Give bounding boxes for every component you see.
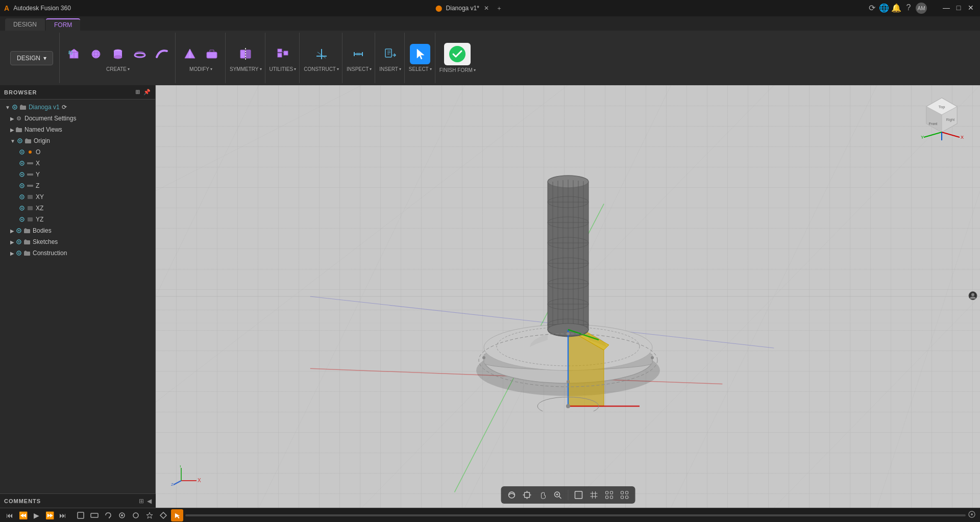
utilities-dropdown-arrow: ▾ (294, 67, 296, 71)
timeline-lasso-tool[interactable] (102, 509, 114, 521)
utilities-label[interactable]: UTILITIES ▾ (270, 66, 297, 72)
modify-button[interactable] (180, 44, 200, 64)
display-mode-button[interactable] (572, 488, 585, 502)
svg-line-145 (174, 481, 181, 485)
tree-item-bodies[interactable]: ▶ Bodies (0, 225, 155, 236)
view-settings-button[interactable] (602, 488, 616, 502)
symmetry-label[interactable]: SYMMETRY ▾ (230, 66, 262, 72)
tree-item-yz-plane[interactable]: YZ (0, 214, 155, 225)
tab-design[interactable]: DESIGN (5, 18, 45, 31)
design-dropdown[interactable]: DESIGN ▾ (4, 33, 60, 83)
timeline-end-button[interactable]: ⏭ (57, 510, 68, 521)
more-options-button[interactable]: ▾ (618, 488, 631, 502)
utilities-button[interactable] (273, 44, 293, 64)
timeline-select-tool[interactable] (75, 509, 87, 521)
grid-button[interactable] (587, 488, 600, 502)
add-tab-icon[interactable]: ＋ (496, 5, 502, 12)
select-button[interactable] (410, 44, 430, 64)
svg-rect-74 (24, 252, 30, 256)
create-sphere-button[interactable] (86, 44, 106, 64)
orbit-button[interactable] (505, 488, 518, 502)
create-pipe-button[interactable] (152, 44, 172, 64)
tree-item-xz-plane[interactable]: XZ (0, 203, 155, 214)
insert-label[interactable]: INSERT ▾ (379, 66, 401, 72)
create-label[interactable]: CREATE ▾ (106, 66, 130, 72)
nav-cube[interactable]: Top Right Front X Y (919, 95, 965, 141)
right-edge-icon[interactable] (968, 291, 978, 303)
tree-item-origin[interactable]: ▼ Origin (0, 135, 155, 146)
close-tab-icon[interactable]: ✕ (484, 5, 489, 12)
finish-form-button[interactable] (444, 43, 471, 65)
help-icon[interactable]: ? (903, 3, 914, 13)
viewport-container[interactable]: Top Right Front X Y X (156, 85, 980, 508)
symmetry-icons (235, 44, 256, 64)
timeline-settings-icon[interactable] (968, 510, 976, 520)
timeline-prev-button[interactable]: ⏪ (17, 510, 29, 521)
tree-item-sketches[interactable]: ▶ Sketches (0, 236, 155, 247)
construct-button[interactable] (311, 44, 332, 64)
globe-icon[interactable]: 🌐 (879, 3, 889, 13)
svg-point-49 (21, 163, 23, 164)
chevron-right-icon: ▶ (10, 127, 14, 133)
pan-icon-area[interactable] (520, 488, 533, 502)
timeline-paint-tool[interactable] (116, 509, 128, 521)
modify-label[interactable]: MODIFY ▾ (189, 66, 212, 72)
tree-item-construction[interactable]: ▶ Construction (0, 247, 155, 259)
tree-item-named-views[interactable]: ▶ Named Views (0, 124, 155, 135)
eye-icon (15, 238, 22, 245)
create-dropdown-arrow: ▾ (128, 67, 130, 71)
maximize-button[interactable]: □ (953, 3, 964, 13)
bell-icon[interactable]: 🔔 (891, 3, 901, 13)
design-label: DESIGN (17, 55, 40, 62)
svg-rect-16 (240, 50, 245, 58)
inspect-button[interactable] (349, 44, 370, 64)
z-label: Z (36, 182, 39, 189)
construct-label[interactable]: CONSTRUCT ▾ (304, 66, 339, 72)
symmetry-button[interactable] (235, 44, 256, 64)
tree-item-xy-plane[interactable]: XY (0, 191, 155, 203)
inspect-label[interactable]: INSPECT ▾ (347, 66, 372, 72)
tree-item-doc-settings[interactable]: ▶ Document Settings (0, 113, 155, 124)
timeline-box-tool[interactable] (88, 509, 101, 521)
root-refresh-icon[interactable]: ⟳ (62, 104, 67, 111)
timeline-active-tool[interactable] (171, 509, 183, 521)
comments-expand-icon[interactable]: ⊞ (139, 498, 144, 505)
chevron-right-icon: ▶ (10, 116, 14, 121)
zoom-button[interactable] (551, 488, 564, 502)
nav-icon[interactable]: ⟳ (867, 3, 877, 13)
window-controls: ⟳ 🌐 🔔 ? AM — □ ✕ (867, 3, 976, 14)
create-torus-button[interactable] (130, 44, 150, 64)
create-cylinder-button[interactable] (108, 44, 128, 64)
modify2-button[interactable] (202, 44, 222, 64)
tree-item-x-axis[interactable]: X (0, 158, 155, 169)
browser-expand-icon[interactable]: ⊞ (135, 89, 140, 95)
tree-item-z-axis[interactable]: Z (0, 180, 155, 191)
tree-item-root[interactable]: ▼ Dianoga v1 ⟳ (0, 102, 155, 113)
chevron-right-icon: ▶ (10, 251, 14, 256)
svg-rect-56 (27, 185, 33, 187)
select-label[interactable]: SELECT ▾ (409, 66, 432, 72)
minimize-button[interactable]: — (941, 3, 951, 13)
timeline-start-button[interactable]: ⏮ (4, 510, 15, 521)
tree-item-y-axis[interactable]: Y (0, 169, 155, 180)
tab-form[interactable]: FORM (46, 18, 80, 31)
timeline-star-tool[interactable] (143, 509, 156, 521)
timeline-play-button[interactable]: ▶ (31, 510, 42, 521)
folder-icon (19, 104, 27, 111)
tree-item-o-point[interactable]: O (0, 146, 155, 158)
plane-icon (27, 216, 34, 223)
comments-pin-icon[interactable]: ◀ (147, 498, 152, 505)
insert-button[interactable] (380, 44, 401, 64)
create-box-button[interactable] (64, 44, 84, 64)
timeline-diamond-tool[interactable] (157, 509, 169, 521)
eye-icon (18, 160, 26, 167)
timeline-next-button[interactable]: ⏩ (44, 510, 55, 521)
xz-label: XZ (36, 205, 43, 212)
timeline-circle-tool[interactable] (130, 509, 142, 521)
browser-pin-icon[interactable]: 📌 (143, 89, 151, 95)
hand-tool-button[interactable] (535, 488, 549, 502)
finish-form-label[interactable]: FINISH FORM ▾ (439, 67, 476, 73)
close-button[interactable]: ✕ (966, 3, 976, 13)
user-avatar[interactable]: AM (916, 3, 927, 14)
timeline-track[interactable] (185, 514, 966, 516)
